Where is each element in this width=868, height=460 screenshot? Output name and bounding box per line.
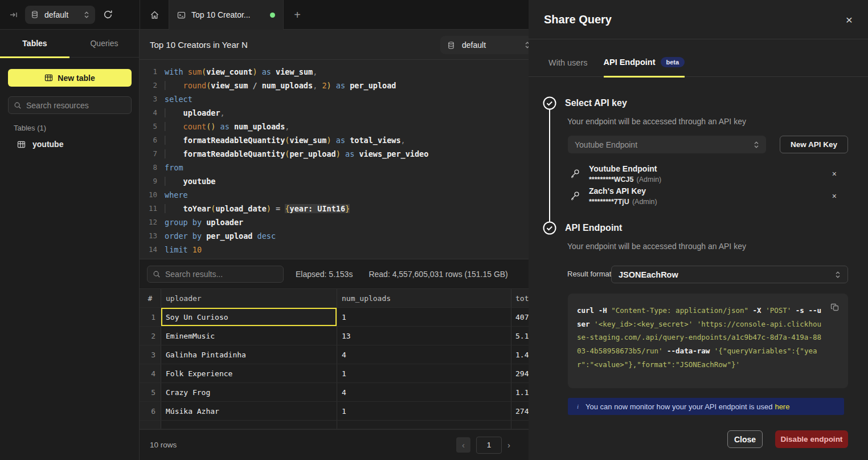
api-key-name: Zach's API Key [589,186,646,196]
close-icon[interactable]: × [846,14,853,26]
code-line[interactable]: 6 formatReadableQuantity(view_sum) as to… [140,133,529,147]
current-page[interactable]: 1 [476,437,502,454]
editor-header: Top 10 Creators in Year N default [140,30,529,60]
row-number: 5 [140,383,161,401]
table-cell[interactable]: 274 [511,402,529,420]
code-line[interactable]: 2 round(view_sum / num_uploads, 2) as pe… [140,79,529,92]
code-line[interactable]: 10where [140,188,529,202]
copy-button[interactable] [830,303,840,312]
code-line[interactable]: 12group by uploader [140,215,529,229]
column-header[interactable]: uploader [161,289,337,307]
line-number: 8 [140,161,157,174]
table-cell[interactable]: Crazy Frog [161,383,337,401]
copy-icon [830,303,840,312]
line-number: 3 [140,92,157,106]
code-line[interactable]: 7 formatReadableQuantity(per_upload) as … [140,147,529,161]
table-cell[interactable]: 1.1 [511,383,529,401]
table-cell[interactable]: 4 [337,345,511,364]
table-cell[interactable]: 1.4 [511,345,529,364]
next-page-button[interactable]: › [507,440,510,450]
refresh-button[interactable] [103,10,113,19]
close-button[interactable]: Close [727,430,763,448]
editor-database-selector[interactable]: default [440,36,529,54]
table-cell[interactable]: Soy Un Curioso [161,308,337,326]
new-api-key-button[interactable]: New API Key [780,136,848,153]
pagination: ‹ 1 › [456,437,510,454]
remove-key-icon[interactable]: × [832,169,837,178]
new-tab-button[interactable]: + [284,0,311,30]
api-key-dropdown-value: Youtube Endpoint [575,140,754,149]
code-line[interactable]: 1with sum(view_count) as view_sum, [140,65,529,79]
table-cell[interactable]: 13 [337,327,511,345]
table-cell[interactable]: 294 [511,364,529,382]
sidebar-search-input[interactable] [26,101,126,110]
results-search-input[interactable] [165,270,278,279]
code-line[interactable]: 5 count() as num_uploads, [140,120,529,133]
key-icon [569,168,584,180]
code-line[interactable]: 13order by per_upload desc [140,229,529,243]
table-icon [17,140,26,149]
results-search[interactable] [147,266,284,283]
new-table-button[interactable]: New table [8,69,132,87]
refresh-icon [103,10,113,19]
line-number: 7 [140,147,157,161]
key-icon [569,190,584,202]
table-cell[interactable]: Folk Experience [161,364,337,382]
table-body: 1Soy Un Curioso14072EminemMusic135.13Gal… [140,308,529,421]
table-cell[interactable]: EminemMusic [161,327,337,345]
sql-code[interactable]: 1with sum(view_count) as view_sum,2 roun… [140,60,529,259]
home-button[interactable] [140,0,169,30]
table-cell[interactable]: 407 [511,308,529,326]
code-line[interactable]: 11 toYear(upload_date) = {year: UInt16} [140,202,529,215]
sidebar-tabs: Tables Queries [0,30,139,58]
table-header-row: #uploadernum_uploadstot [140,289,529,308]
step1-title: Select API key [565,98,627,108]
query-tab-label: Top 10 Creator... [191,10,251,19]
code-line[interactable]: 3select [140,92,529,106]
prev-page-button[interactable]: ‹ [456,437,470,453]
row-number: 1 [140,308,161,326]
column-header[interactable]: num_uploads [337,289,511,307]
tab-tables[interactable]: Tables [0,30,69,57]
table-cell[interactable]: 1 [337,402,511,420]
table-item-label: youtube [32,140,63,149]
column-header[interactable]: # [140,289,161,307]
tab-with-users[interactable]: With users [548,58,588,76]
chevron-updown-icon [84,11,89,19]
table-row: 6Músika Azhar1274 [140,402,529,421]
sidebar-collapse-button[interactable] [9,10,18,19]
api-key-role: (Admin) [632,198,657,206]
remove-key-icon[interactable]: × [832,192,837,201]
monitor-info-banner: i You can now monitor how your your API … [568,398,844,415]
tables-section-header: Tables (1) [14,124,46,132]
table-row-partial [140,421,529,429]
table-cell[interactable]: 4 [337,383,511,401]
api-key-dropdown[interactable]: Youtube Endpoint [568,136,766,153]
row-number: 2 [140,327,161,345]
column-header[interactable]: tot [511,289,529,307]
banner-text: You can now monitor how your your API en… [586,402,772,411]
code-line[interactable]: 9 youtube [140,174,529,188]
table-cell[interactable]: 5.1 [511,327,529,345]
table-cell[interactable]: Galinha Pintadinha [161,345,337,364]
table-cell[interactable]: 1 [337,308,511,326]
disable-endpoint-button[interactable]: Disable endpoint [775,430,848,448]
result-format-dropdown[interactable]: JSONEachRow [611,266,848,283]
table-cell[interactable]: 1 [337,364,511,382]
table-row: 5Crazy Frog41.1 [140,383,529,402]
sidebar-search[interactable] [8,96,132,114]
table-cell[interactable]: Músika Azhar [161,402,337,420]
banner-here-link[interactable]: here [775,402,789,411]
tab-queries[interactable]: Queries [69,30,139,57]
code-line[interactable]: 8from [140,161,529,174]
database-selector[interactable]: default [25,6,95,24]
sidebar-item-youtube[interactable]: youtube [8,136,132,153]
table-row: 4Folk Experience1294 [140,364,529,383]
code-line[interactable]: 4 uploader, [140,106,529,120]
step-check-icon [543,221,556,235]
share-query-panel: Share Query × With users API Endpoint be… [529,0,868,460]
tab-api-endpoint[interactable]: API Endpoint beta [604,57,685,78]
curl-command-block[interactable]: curl -H "Content-Type: application/json"… [568,294,848,388]
query-tab[interactable]: Top 10 Creator... [169,0,284,30]
code-line[interactable]: 14limit 10 [140,243,529,257]
